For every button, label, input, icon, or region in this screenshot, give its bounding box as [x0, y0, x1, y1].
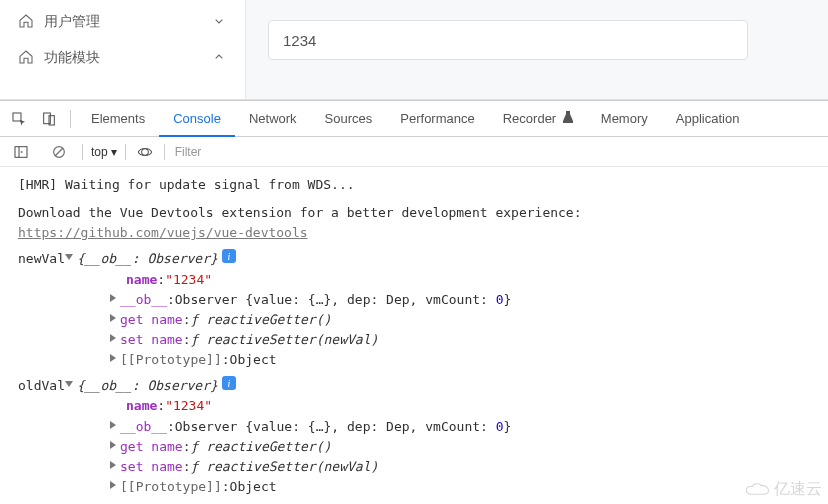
object-property[interactable]: get name: ƒ reactiveGetter() — [18, 437, 810, 457]
console-object: newVal {__ob__: Observer}iname: "1234"__… — [18, 249, 810, 370]
svg-line-6 — [55, 148, 63, 156]
separator — [164, 144, 165, 160]
chevron-up-icon — [211, 49, 227, 68]
disclosure-triangle-icon[interactable] — [65, 381, 73, 387]
disclosure-triangle-icon[interactable] — [110, 421, 116, 429]
tab-label: Recorder — [503, 111, 556, 126]
context-label: top — [91, 145, 108, 159]
name-input[interactable] — [268, 20, 748, 60]
sidebar-item-label: 用户管理 — [44, 13, 211, 31]
console-output: [HMR] Waiting for update signal from WDS… — [0, 167, 828, 504]
object-property[interactable]: [[Prototype]]: Object — [18, 477, 810, 497]
watermark-text: 亿速云 — [774, 479, 822, 500]
devtools-link[interactable]: https://github.com/vuejs/vue-devtools — [18, 225, 308, 240]
disclosure-triangle-icon[interactable] — [110, 314, 116, 322]
svg-point-7 — [141, 148, 148, 155]
sidebar-item-label: 功能模块 — [44, 49, 211, 67]
home-icon — [18, 49, 34, 68]
context-selector[interactable]: top ▾ — [91, 145, 117, 159]
separator — [70, 110, 71, 128]
chevron-down-icon — [211, 13, 227, 32]
devtools-tabbar: Elements Console Network Sources Perform… — [0, 101, 828, 137]
disclosure-triangle-icon[interactable] — [65, 254, 73, 260]
object-property[interactable]: set name: ƒ reactiveSetter(newVal) — [18, 330, 810, 350]
sidebar: 用户管理 功能模块 文章 / 空间 — [0, 0, 245, 99]
device-toolbar-icon[interactable] — [34, 104, 64, 134]
disclosure-triangle-icon[interactable] — [110, 481, 116, 489]
separator — [82, 144, 83, 160]
disclosure-triangle-icon[interactable] — [110, 441, 116, 449]
object-property[interactable]: name: "1234" — [18, 396, 810, 416]
separator — [125, 144, 126, 160]
flask-icon — [563, 101, 573, 137]
tab-sources[interactable]: Sources — [311, 101, 387, 137]
sidebar-item-modules[interactable]: 功能模块 — [0, 40, 245, 76]
object-header[interactable]: oldVal {__ob__: Observer}i — [18, 376, 810, 396]
tab-network[interactable]: Network — [235, 101, 311, 137]
console-toolbar: top ▾ — [0, 137, 828, 167]
info-icon[interactable]: i — [222, 249, 236, 263]
devtools-panel: Elements Console Network Sources Perform… — [0, 100, 828, 504]
tab-recorder[interactable]: Recorder — [489, 101, 587, 137]
tab-performance[interactable]: Performance — [386, 101, 488, 137]
watermark: 亿速云 — [744, 479, 822, 500]
disclosure-triangle-icon[interactable] — [110, 461, 116, 469]
tab-elements[interactable]: Elements — [77, 101, 159, 137]
object-property[interactable]: name: "1234" — [18, 270, 810, 290]
object-header[interactable]: newVal {__ob__: Observer}i — [18, 249, 810, 269]
tab-application[interactable]: Application — [662, 101, 754, 137]
object-property[interactable]: __ob__: Observer {value: {…}, dep: Dep, … — [18, 290, 810, 310]
object-property[interactable]: set name: ƒ reactiveSetter(newVal) — [18, 457, 810, 477]
log-line: [HMR] Waiting for update signal from WDS… — [18, 175, 810, 195]
console-object: oldVal {__ob__: Observer}iname: "1234"__… — [18, 376, 810, 497]
disclosure-triangle-icon[interactable] — [110, 334, 116, 342]
tab-memory[interactable]: Memory — [587, 101, 662, 137]
disclosure-triangle-icon[interactable] — [110, 354, 116, 362]
live-expression-icon[interactable] — [134, 137, 156, 167]
clear-console-icon[interactable] — [44, 137, 74, 167]
log-line: Download the Vue Devtools extension for … — [18, 203, 810, 223]
main-pane — [245, 0, 828, 99]
disclosure-triangle-icon[interactable] — [110, 294, 116, 302]
sidebar-item-users[interactable]: 用户管理 — [0, 4, 245, 40]
filter-input[interactable] — [173, 142, 783, 162]
object-property[interactable]: get name: ƒ reactiveGetter() — [18, 310, 810, 330]
console-sidebar-toggle-icon[interactable] — [6, 137, 36, 167]
home-icon — [18, 13, 34, 32]
tab-console[interactable]: Console — [159, 101, 235, 137]
object-property[interactable]: [[Prototype]]: Object — [18, 350, 810, 370]
object-property[interactable]: __ob__: Observer {value: {…}, dep: Dep, … — [18, 417, 810, 437]
inspect-element-icon[interactable] — [4, 104, 34, 134]
caret-down-icon: ▾ — [111, 145, 117, 159]
info-icon[interactable]: i — [222, 376, 236, 390]
